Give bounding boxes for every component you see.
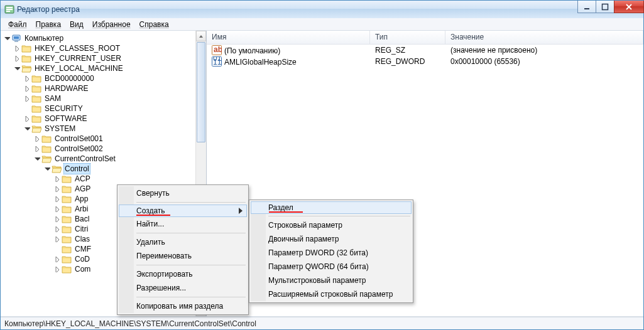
expand-icon[interactable] — [13, 65, 21, 72]
folder-icon — [21, 44, 31, 53]
menu-favorites[interactable]: Избранное — [89, 19, 134, 30]
menu-help[interactable]: Справка — [136, 19, 173, 30]
expand-icon[interactable] — [23, 75, 31, 82]
ctx-permissions[interactable]: Разрешения... — [119, 281, 247, 295]
folder-icon — [31, 114, 41, 123]
tree-item[interactable]: CurrentControlSet — [53, 154, 117, 164]
expand-icon[interactable] — [23, 95, 31, 102]
tree-item[interactable]: SYSTEM — [43, 124, 77, 134]
sub-new-key[interactable]: Раздел — [251, 201, 412, 214]
folder-open-icon — [41, 154, 52, 163]
svg-rect-13 — [603, 4, 608, 9]
tree-item[interactable]: App — [74, 194, 89, 204]
expand-icon[interactable] — [13, 45, 21, 52]
column-type[interactable]: Тип — [370, 31, 445, 44]
folder-icon — [62, 215, 72, 223]
maximize-button[interactable] — [596, 1, 614, 13]
tree-item[interactable]: Arbi — [74, 204, 89, 214]
expand-icon[interactable] — [53, 215, 61, 223]
expand-icon[interactable] — [53, 235, 61, 243]
expand-icon[interactable] — [53, 175, 61, 183]
ctx-new[interactable]: Создать — [119, 205, 247, 217]
svg-rect-12 — [584, 8, 589, 9]
tree-item[interactable]: SOFTWARE — [43, 114, 89, 124]
tree-item[interactable]: Citri — [74, 224, 89, 234]
folder-icon — [21, 54, 31, 63]
list-row[interactable]: AMLIGlobalHeapSize REG_DWORD 0x00010000 … — [207, 56, 643, 67]
ctx-find[interactable]: Найти... — [119, 217, 247, 231]
expand-icon[interactable] — [43, 165, 51, 173]
tree-item[interactable]: SECURITY — [43, 104, 84, 114]
expand-icon[interactable] — [53, 185, 61, 193]
tree-item[interactable]: Bacl — [74, 214, 90, 224]
tree-item[interactable]: ACP — [74, 174, 92, 184]
tree-item[interactable]: AGP — [74, 184, 92, 194]
scroll-thumb[interactable] — [197, 42, 205, 142]
expand-icon[interactable] — [53, 195, 61, 203]
expand-icon[interactable] — [53, 205, 61, 213]
ctx-rename[interactable]: Переименовать — [119, 249, 247, 263]
expand-icon[interactable] — [23, 125, 31, 132]
tree-item-selected[interactable]: Control — [63, 163, 90, 174]
folder-icon — [31, 84, 41, 93]
expand-icon[interactable] — [23, 85, 31, 92]
sub-new-string[interactable]: Строковый параметр — [251, 218, 412, 232]
menu-file[interactable]: Файл — [4, 19, 31, 30]
sub-new-binary[interactable]: Двоичный параметр — [251, 232, 412, 246]
tree-item[interactable]: CoD — [74, 254, 91, 264]
submenu-arrow-icon — [239, 208, 243, 214]
tree-item[interactable]: BCD00000000 — [43, 73, 96, 83]
binary-value-icon — [212, 56, 222, 67]
ctx-delete[interactable]: Удалить — [119, 235, 247, 249]
tree-item[interactable]: Com — [74, 264, 92, 274]
folder-icon — [41, 134, 52, 143]
folder-icon — [62, 205, 72, 213]
expand-icon[interactable] — [53, 225, 61, 233]
column-name[interactable]: Имя — [207, 31, 370, 44]
regedit-icon — [4, 4, 14, 14]
folder-icon — [62, 265, 72, 274]
tree-item[interactable]: Clas — [74, 234, 91, 244]
sub-new-dword[interactable]: Параметр DWORD (32 бита) — [251, 246, 412, 260]
svg-rect-9 — [6, 7, 13, 8]
sub-new-multistring[interactable]: Мультистроковый параметр — [251, 274, 412, 287]
registry-editor-window: Редактор реестра Файл Правка Вид Избранн… — [0, 0, 644, 330]
value-data: 0x00010000 (65536) — [445, 57, 643, 66]
sub-new-expandstring[interactable]: Расширяемый строковый параметр — [251, 287, 412, 301]
tree-hcu[interactable]: HKEY_CURRENT_USER — [33, 53, 123, 63]
close-button[interactable] — [614, 1, 644, 13]
tree-hlm[interactable]: HKEY_LOCAL_MACHINE — [33, 63, 124, 73]
expand-icon[interactable] — [23, 115, 31, 122]
column-value[interactable]: Значение — [445, 31, 643, 44]
expand-icon[interactable] — [33, 155, 41, 162]
ctx-export[interactable]: Экспортировать — [119, 267, 247, 281]
scroll-up-button[interactable] — [196, 31, 206, 41]
expand-icon[interactable] — [3, 35, 11, 42]
expand-icon[interactable] — [53, 255, 61, 263]
folder-icon — [62, 174, 72, 183]
tree-item[interactable]: ControlSet001 — [53, 134, 104, 144]
tree-item[interactable]: HARDWARE — [43, 83, 90, 93]
ctx-copy-key-name[interactable]: Копировать имя раздела — [119, 299, 247, 313]
tree-root-label[interactable]: Компьютер — [23, 33, 65, 43]
folder-icon — [62, 235, 72, 243]
titlebar: Редактор реестра — [1, 1, 643, 18]
expand-icon[interactable] — [53, 265, 61, 273]
tree-item[interactable]: CMF — [74, 244, 92, 254]
menu-edit[interactable]: Правка — [32, 19, 65, 30]
expand-icon[interactable] — [13, 55, 21, 62]
ctx-collapse[interactable]: Свернуть — [119, 186, 247, 200]
context-menu: Свернуть Создать Найти... Удалить Переим… — [117, 184, 249, 315]
folder-icon — [62, 255, 72, 263]
folder-open-icon — [21, 64, 31, 73]
list-row[interactable]: (По умолчанию) REG_SZ (значение не присв… — [207, 45, 643, 56]
menu-view[interactable]: Вид — [66, 19, 87, 30]
minimize-button[interactable] — [577, 1, 596, 13]
tree-item[interactable]: SAM — [43, 93, 62, 104]
tree-item[interactable]: ControlSet002 — [53, 144, 104, 154]
tree-hcr[interactable]: HKEY_CLASSES_ROOT — [33, 43, 121, 53]
expand-icon[interactable] — [33, 145, 41, 152]
expand-icon[interactable] — [33, 135, 41, 142]
sub-new-qword[interactable]: Параметр QWORD (64 бита) — [251, 260, 412, 274]
context-submenu-new: Раздел Строковый параметр Двоичный парам… — [249, 200, 413, 303]
